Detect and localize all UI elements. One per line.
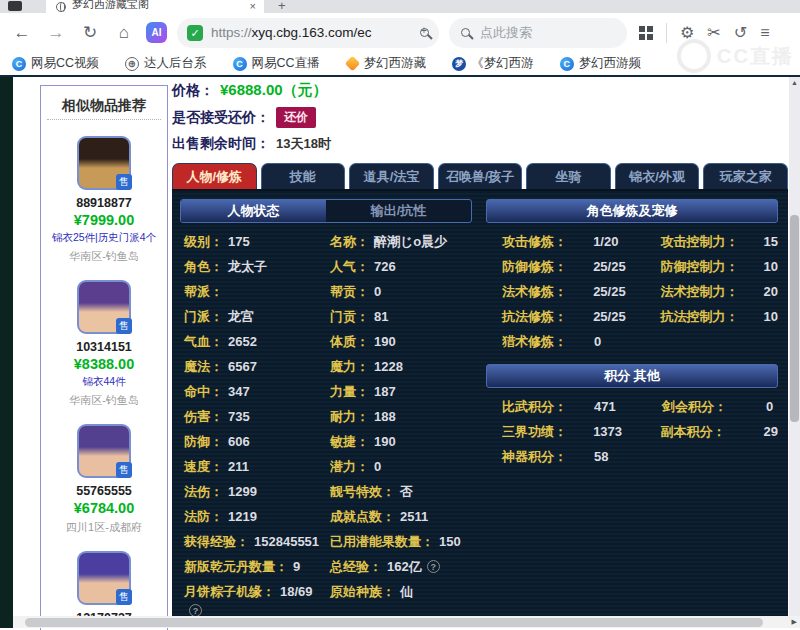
tab-close-icon[interactable]: × — [250, 0, 256, 12]
stat-cell: 命中：347 — [180, 379, 326, 404]
vertical-scrollbar[interactable]: ▲ — [789, 77, 800, 616]
bookmark-item[interactable]: C梦幻西游频 — [560, 55, 642, 72]
avatar: 售 — [77, 424, 131, 478]
item-id: 10314151 — [76, 340, 132, 354]
tab-人物/修炼[interactable]: 人物/修炼 — [172, 163, 257, 189]
similar-item[interactable]: 售10314151¥8388.00锦衣44件华南区-钓鱼岛 — [41, 264, 167, 408]
bookmark-label: 梦幻西游藏 — [364, 55, 427, 72]
tab-玩家之家[interactable]: 玩家之家 — [703, 163, 788, 189]
forward-icon[interactable]: → — [44, 23, 68, 43]
menu-icon[interactable]: ≡ — [760, 24, 769, 42]
url-text: https://xyq.cbg.163.com/ec — [211, 25, 412, 40]
price-value: ¥6888.00（元） — [220, 81, 328, 100]
stat-label — [662, 444, 766, 469]
security-shield-icon[interactable]: ✓ — [187, 25, 203, 41]
cultivation-row: 攻击修炼：1/20攻击控制力：15 — [486, 229, 778, 254]
tab-召唤兽/孩子[interactable]: 召唤兽/孩子 — [438, 163, 523, 189]
vertical-scrollbar-thumb[interactable] — [790, 215, 799, 422]
stat-label: 原始种族： — [330, 579, 395, 617]
apps-grid-icon[interactable] — [639, 26, 653, 40]
home-icon[interactable]: ⌂ — [112, 23, 136, 43]
sell-badge: 售 — [116, 174, 132, 190]
stat-value: 211 — [228, 454, 249, 479]
listing-main: 价格： ¥6888.00（元） 是否接受还价： 还价 出售剩余时间： 13天18… — [172, 81, 788, 628]
stat-cell: 新版乾元丹数量：9 — [180, 554, 326, 579]
stat-label: 获得经验： — [184, 529, 249, 554]
stat-cell: 人气：726 — [326, 254, 472, 279]
stat-label: 抗法控制力： — [661, 304, 764, 329]
reload-icon[interactable]: ↻ — [78, 22, 102, 43]
bookmark-item[interactable]: ⊕达人后台系 — [125, 55, 207, 72]
stat-label: 门派： — [184, 304, 223, 329]
stat-value: 仙 — [400, 579, 413, 617]
bookmark-label: 《梦幻西游 — [471, 55, 534, 72]
stat-row: 新版乾元丹数量：9总经验：162亿? — [180, 554, 472, 579]
back-icon[interactable]: ← — [10, 23, 34, 43]
bookmark-item[interactable]: 梦幻西游藏 — [346, 55, 427, 72]
ai-assistant-icon[interactable]: AI — [146, 22, 167, 43]
stat-value: 606 — [228, 429, 250, 454]
item-price: ¥8388.00 — [74, 356, 134, 372]
search-icon — [461, 28, 470, 37]
tab-锦衣/外观[interactable]: 锦衣/外观 — [615, 163, 700, 189]
stat-value: 龙宫 — [228, 304, 254, 329]
stat-value: 150 — [439, 529, 461, 554]
stat-value: 162亿 — [387, 554, 422, 579]
bookmark-item[interactable]: C网易CC直播 — [233, 55, 320, 72]
stat-value: 6567 — [228, 354, 257, 379]
stat-row: 命中：347力量：187 — [180, 379, 472, 404]
stat-row: 伤害：735耐力：188 — [180, 404, 472, 429]
scroll-right-icon[interactable]: ▶ — [792, 618, 797, 626]
stat-value: 175 — [228, 229, 250, 254]
stat-value: 2511 — [400, 504, 428, 529]
help-icon[interactable]: ? — [427, 560, 440, 573]
cultivation-row: 法术修炼：25/25法术控制力：20 — [486, 279, 778, 304]
stat-value: 15 — [764, 229, 778, 254]
item-id: 88918877 — [76, 196, 132, 210]
sell-badge: 售 — [116, 589, 132, 605]
similar-item[interactable]: 售88918877¥7999.00锦衣25件|历史门派4个华南区-钓鱼岛 — [41, 120, 167, 264]
item-tags-link[interactable]: 锦衣25件|历史门派4个 — [52, 231, 156, 245]
bargain-button[interactable]: 还价 — [276, 107, 316, 128]
subtab-output-resist[interactable]: 输出/抗性 — [326, 200, 471, 222]
similar-item[interactable]: 售55765555¥6784.00四川1区-成都府 — [41, 408, 167, 535]
stat-label: 伤害： — [184, 404, 223, 429]
bookmark-item[interactable]: 梦《梦幻西游 — [452, 55, 534, 72]
scroll-up-icon[interactable]: ▲ — [791, 79, 798, 86]
tab-title: 梦幻西游藏宝阁 — [72, 0, 244, 12]
search-placeholder: 点此搜索 — [480, 24, 532, 42]
subtab-character-status[interactable]: 人物状态 — [181, 200, 326, 222]
stat-label: 速度： — [184, 454, 223, 479]
tab-道具/法宝[interactable]: 道具/法宝 — [349, 163, 434, 189]
sell-badge: 售 — [116, 462, 132, 478]
stat-cell: 潜力：0 — [326, 454, 472, 479]
zoom-in-icon[interactable] — [420, 28, 429, 37]
tab-坐骑[interactable]: 坐骑 — [526, 163, 611, 189]
item-tags-link[interactable]: 锦衣44件 — [82, 375, 125, 389]
stat-label: 成就点数： — [330, 504, 395, 529]
scissors-icon[interactable]: ✂ — [707, 23, 720, 42]
stat-label: 名称： — [330, 229, 369, 254]
stat-label: 级别： — [184, 229, 223, 254]
horizontal-scrollbar-thumb[interactable] — [25, 618, 763, 627]
stat-label: 帮贡： — [330, 279, 369, 304]
stat-cell: 名称：醉潮じo晨少 — [326, 229, 472, 254]
item-price: ¥7999.00 — [74, 212, 134, 228]
undo-icon[interactable]: ↺ — [734, 23, 747, 42]
cultivation-header: 角色修炼及宠修 — [486, 199, 778, 223]
extensions-icon[interactable]: ⚙ — [680, 23, 694, 42]
new-tab-button[interactable]: + — [278, 0, 286, 13]
search-box[interactable]: 点此搜索 — [449, 18, 627, 48]
stat-value: 735 — [228, 404, 250, 429]
horizontal-scrollbar[interactable]: ▶ — [13, 616, 800, 628]
bookmark-item[interactable]: C网易CC视频 — [12, 55, 99, 72]
stat-label: 猎术修炼： — [502, 329, 594, 354]
stat-cell: 门派：龙宫 — [180, 304, 326, 329]
stat-cell: 帮派： — [180, 279, 326, 304]
tab-技能[interactable]: 技能 — [261, 163, 346, 189]
avatar: 售 — [77, 280, 131, 334]
address-bar[interactable]: ✓ https://xyq.cbg.163.com/ec — [177, 18, 439, 48]
browser-tab[interactable]: 梦幻西游藏宝阁 × — [46, 0, 264, 13]
bookmark-label: 网易CC视频 — [31, 55, 99, 72]
stat-value: 2652 — [228, 329, 257, 354]
